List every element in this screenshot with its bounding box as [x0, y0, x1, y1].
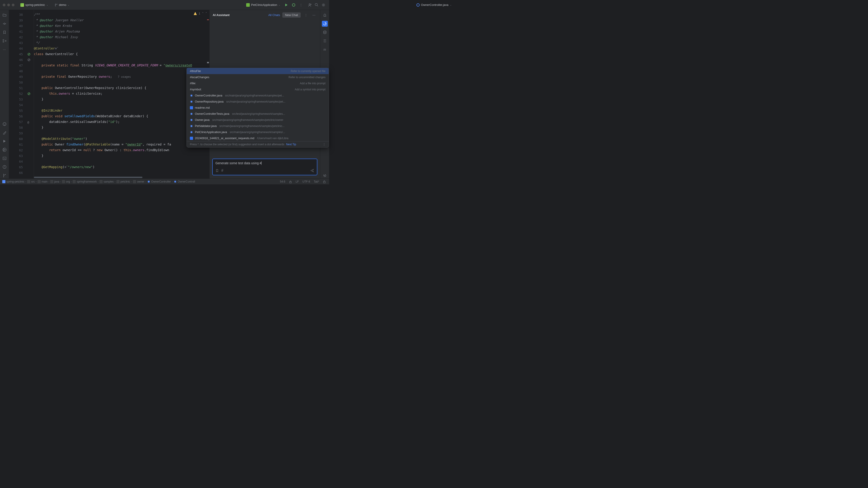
- emoji-tool-button[interactable]: [2, 121, 7, 127]
- problems-tool-button[interactable]: [2, 164, 7, 170]
- hash-button[interactable]: #: [221, 168, 223, 173]
- breadcrumb-item[interactable]: owner: [133, 180, 145, 183]
- line-number[interactable]: 60: [9, 136, 34, 142]
- completion-item[interactable]: #symbol:Add a symbol into prompt: [187, 86, 329, 92]
- run-button[interactable]: [283, 2, 289, 8]
- run-config-picker[interactable]: PetClinicApplication ⌄: [244, 2, 282, 8]
- breadcrumb-item[interactable]: petclinic: [116, 180, 130, 183]
- line-number[interactable]: 59: [9, 130, 34, 136]
- usages-inlay[interactable]: 7 usages: [118, 75, 131, 78]
- breadcrumb-item[interactable]: OwnerControll: [174, 180, 195, 183]
- vcs-tool-button[interactable]: [2, 173, 7, 178]
- line-number[interactable]: 56: [9, 113, 34, 119]
- send-button[interactable]: [310, 168, 314, 173]
- maven-button[interactable]: m: [322, 46, 328, 53]
- completion-item[interactable]: #file:Add a file into prompt: [187, 80, 329, 86]
- line-number[interactable]: 42: [9, 34, 34, 40]
- line-separator[interactable]: LF: [296, 180, 299, 183]
- ai-input-box[interactable]: Generate some test data using # #: [212, 159, 317, 175]
- completion-file-item[interactable]: Owner.javasrc/main/java/org/springframew…: [187, 117, 329, 123]
- debug-button[interactable]: [291, 2, 297, 8]
- history-button[interactable]: [322, 173, 328, 178]
- completion-item[interactable]: #localChangesRefer to uncommitted change…: [187, 74, 329, 80]
- breadcrumb-item[interactable]: samples: [99, 180, 114, 183]
- breadcrumb-item[interactable]: src: [27, 180, 35, 183]
- inlay-icon[interactable]: ⊕˅: [64, 165, 68, 169]
- line-number[interactable]: 40: [9, 23, 34, 29]
- breadcrumb-item[interactable]: main: [37, 180, 48, 183]
- settings-button[interactable]: [320, 2, 327, 8]
- completion-file-item[interactable]: OwnerController.javasrc/main/java/org/sp…: [187, 92, 329, 98]
- next-problem[interactable]: ˅: [206, 12, 207, 15]
- ai-assistant-button[interactable]: [322, 21, 328, 27]
- endpoints-button[interactable]: [322, 38, 328, 44]
- code-with-me-button[interactable]: [307, 2, 313, 8]
- ai-more-button[interactable]: ⋮: [303, 12, 309, 18]
- line-number[interactable]: 55: [9, 108, 34, 113]
- close-dot[interactable]: [3, 4, 5, 6]
- line-number[interactable]: 65: [9, 164, 34, 170]
- completion-file-item[interactable]: 20240918_144821_ai_assistant_requests.md…: [187, 135, 329, 141]
- gutter-mark-icon[interactable]: [27, 92, 31, 95]
- line-number[interactable]: 66: [9, 170, 34, 175]
- ai-input-text[interactable]: Generate some test data using #: [215, 161, 314, 166]
- project-tool-button[interactable]: [2, 12, 7, 18]
- completion-file-item[interactable]: PetValidator.javasrc/main/java/org/sprin…: [187, 123, 329, 129]
- build-tool-button[interactable]: [2, 130, 7, 135]
- marker[interactable]: [207, 62, 209, 63]
- max-dot[interactable]: [12, 4, 14, 6]
- breadcrumb-item[interactable]: org: [62, 180, 70, 183]
- ai-minimize-button[interactable]: —: [311, 12, 317, 18]
- editor[interactable]: 1 ˄ ˅ 3839404142434445464748495051525354…: [9, 10, 209, 178]
- more-button[interactable]: ⋮: [298, 2, 304, 8]
- terminal-tool-button[interactable]: [2, 156, 7, 161]
- min-dot[interactable]: [7, 4, 10, 6]
- breadcrumb-item[interactable]: OwnerController: [147, 180, 171, 183]
- gutter-mark-icon[interactable]: @: [27, 121, 31, 124]
- scrollbar-thumb[interactable]: [34, 177, 143, 178]
- notifications-button[interactable]: [322, 12, 328, 18]
- gutter-mark-icon[interactable]: [27, 58, 31, 61]
- lock-icon[interactable]: [289, 180, 292, 183]
- breadcrumb-item[interactable]: springframework: [72, 180, 97, 183]
- services-tool-button[interactable]: [2, 147, 7, 153]
- branch-picker[interactable]: demo ⌄: [53, 2, 71, 7]
- prev-problem[interactable]: ˄: [202, 12, 204, 15]
- completion-file-item[interactable]: PetClinicApplication.javasrc/main/java/o…: [187, 129, 329, 135]
- line-number[interactable]: 58: [9, 125, 34, 130]
- line-number[interactable]: 43: [9, 40, 34, 46]
- commit-tool-button[interactable]: [2, 21, 7, 27]
- next-tip-button[interactable]: Next Tip: [286, 143, 296, 146]
- line-number[interactable]: 57@: [9, 119, 34, 125]
- line-number[interactable]: 49: [9, 74, 34, 79]
- line-number[interactable]: 52: [9, 91, 34, 96]
- line-number[interactable]: 51: [9, 85, 34, 91]
- error-marker[interactable]: [207, 20, 209, 20]
- project-picker[interactable]: spring-petclinic ⌄: [19, 2, 50, 8]
- line-number[interactable]: 46: [9, 57, 34, 63]
- attach-icon[interactable]: [215, 169, 219, 172]
- code-area[interactable]: /** * @author Juergen Hoeller * @author …: [34, 10, 209, 178]
- completion-file-item[interactable]: readme.md: [187, 105, 329, 111]
- breadcrumb-item[interactable]: spring-petclinic: [2, 180, 24, 183]
- line-number[interactable]: 53: [9, 96, 34, 102]
- line-number[interactable]: 47: [9, 63, 34, 68]
- more-tool-button[interactable]: ⋯: [2, 46, 7, 53]
- database-button[interactable]: [322, 29, 328, 35]
- line-number[interactable]: 41: [9, 29, 34, 34]
- line-number[interactable]: 38: [9, 12, 34, 18]
- line-number[interactable]: 64: [9, 159, 34, 164]
- popup-menu-button[interactable]: ⋮: [323, 143, 326, 146]
- line-number[interactable]: 50: [9, 79, 34, 85]
- new-chat-button[interactable]: New Chat: [282, 12, 301, 18]
- completion-item[interactable]: #thisFileRefer to currently opened file: [187, 68, 329, 74]
- all-chats-button[interactable]: All Chats: [268, 13, 280, 17]
- line-number[interactable]: 39: [9, 18, 34, 23]
- line-number[interactable]: 48: [9, 68, 34, 74]
- inlay-icon[interactable]: ⊕˅: [55, 46, 58, 50]
- encoding[interactable]: UTF-8: [303, 180, 310, 183]
- line-number[interactable]: 54: [9, 102, 34, 108]
- line-number[interactable]: 44: [9, 46, 34, 51]
- readonly-icon[interactable]: [323, 180, 326, 183]
- indent[interactable]: Tab*: [314, 180, 319, 183]
